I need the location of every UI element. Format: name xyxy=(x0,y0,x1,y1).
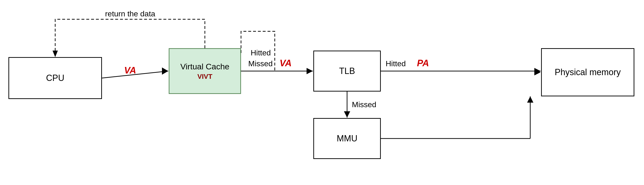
cpu-box: CPU xyxy=(8,57,102,99)
hitted-label-2: Hitted xyxy=(386,59,406,68)
tlb-label: TLB xyxy=(339,66,355,76)
va-label-1: VA xyxy=(124,65,136,76)
vcache-label: Virtual Cache xyxy=(180,62,230,71)
svg-marker-2 xyxy=(162,68,168,75)
svg-marker-4 xyxy=(306,68,313,74)
svg-marker-0 xyxy=(52,50,58,57)
missed-label-2: Missed xyxy=(352,100,376,109)
return-data-label: return the data xyxy=(105,10,155,18)
diagram: return the data VA Hitted Missed VA Hitt… xyxy=(0,0,644,185)
tlb-box: TLB xyxy=(313,50,381,92)
phymem-box: Physical memory xyxy=(541,48,634,96)
vcache-box: Virtual Cache VIVT xyxy=(169,48,241,94)
hitted-label-1: Hitted xyxy=(251,48,271,57)
va-label-2: VA xyxy=(280,58,292,68)
mmu-box: MMU xyxy=(313,118,381,159)
pa-label: PA xyxy=(417,58,429,68)
cpu-label: CPU xyxy=(46,73,64,83)
svg-marker-11 xyxy=(527,96,533,102)
svg-marker-8 xyxy=(344,111,350,118)
vivt-label: VIVT xyxy=(198,73,212,80)
mmu-label: MMU xyxy=(337,134,358,144)
phymem-label: Physical memory xyxy=(554,67,620,77)
missed-label-1: Missed xyxy=(248,59,272,68)
